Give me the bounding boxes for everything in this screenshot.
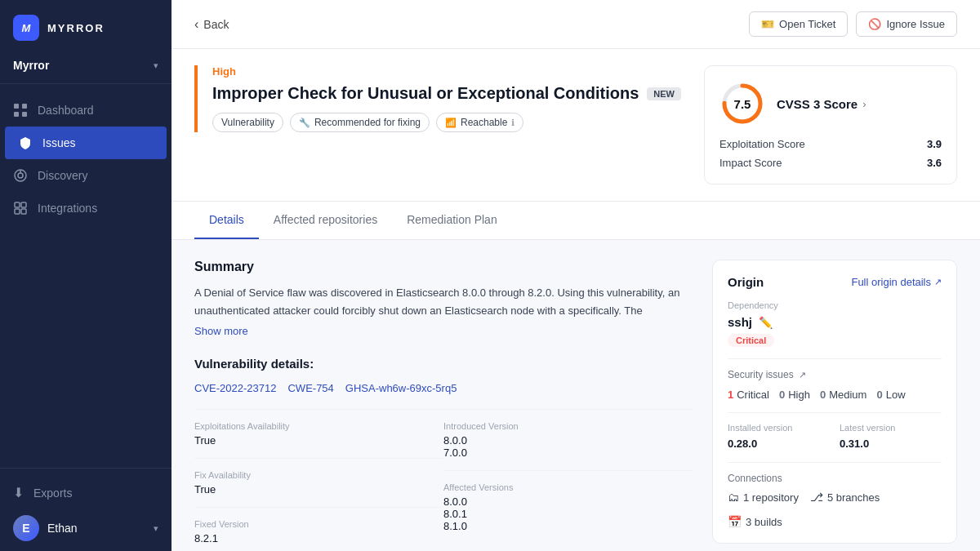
right-panel: Origin Full origin details ↗ Dependency … [712, 260, 957, 531]
summary-text: A Denial of Service flaw was discovered … [194, 284, 693, 320]
sidebar-item-dashboard[interactable]: Dashboard [0, 94, 172, 127]
cvss-score-value: 7.5 [734, 97, 751, 111]
exploit-avail-label: Exploitations Availability [194, 421, 427, 431]
show-more-link[interactable]: Show more [194, 325, 693, 337]
vulnerability-section: Vulnerability details: CVE-2022-23712 CW… [194, 357, 693, 544]
full-origin-link[interactable]: Full origin details ↗ [851, 276, 942, 288]
high-count: 0 High [779, 389, 810, 401]
tab-affected[interactable]: Affected repositories [259, 202, 392, 239]
security-issues-row: Security issues ↗ [728, 369, 942, 380]
issue-header: High Improper Check for Unusual or Excep… [172, 49, 980, 202]
download-icon: ⬇ [13, 485, 24, 500]
svg-rect-10 [21, 209, 26, 214]
low-label: Low [886, 389, 906, 401]
cvss-card: 7.5 CVSS 3 Score › Exploitation Score 3.… [704, 65, 957, 184]
conn-repo-label: 1 repository [743, 491, 799, 504]
ignore-issue-button[interactable]: 🚫 Ignore Issue [856, 11, 957, 37]
reachable-label: Reachable [461, 117, 507, 128]
ticket-icon: 🎫 [761, 18, 774, 30]
affected-versions-label: Affected Versions [443, 482, 693, 492]
open-ticket-button[interactable]: 🎫 Open Ticket [749, 11, 848, 37]
conn-repository: 🗂 1 repository [728, 491, 799, 504]
grid-icon [13, 103, 28, 118]
avatar: E [13, 515, 39, 541]
fixed-version-field: Fixed Version 8.2.1 [194, 508, 443, 544]
connections-row: 🗂 1 repository ⎇ 5 branches 📅 3 builds [728, 491, 942, 528]
summary-title: Summary [194, 260, 693, 274]
conn-branches-label: 5 branches [827, 491, 880, 504]
tab-content: Summary A Denial of Service flaw was dis… [172, 240, 980, 551]
new-badge: NEW [647, 87, 681, 100]
sidebar-dashboard-label: Dashboard [38, 104, 94, 117]
exploit-avail-field: Exploitations Availability True [194, 410, 443, 459]
installed-version-label: Installed version [728, 423, 830, 433]
sidebar-issues-label: Issues [42, 136, 75, 149]
svg-rect-1 [22, 104, 27, 109]
puzzle-icon [13, 201, 28, 216]
divider-1 [728, 358, 942, 359]
exploitation-value: 3.9 [927, 138, 942, 150]
back-button[interactable]: ‹ Back [194, 17, 229, 32]
exports-label: Exports [33, 487, 72, 500]
tab-remediation[interactable]: Remediation Plan [392, 202, 512, 239]
topbar: ‹ Back 🎫 Open Ticket 🚫 Ignore Issue [172, 0, 980, 49]
vuln-right-col: Introduced Version 8.0.0 7.0.0 Affected … [443, 410, 693, 544]
low-num: 0 [876, 389, 882, 401]
sidebar-item-integrations[interactable]: Integrations [0, 192, 172, 224]
workspace-name: Myrror [13, 59, 49, 72]
exports-item[interactable]: ⬇ Exports [13, 478, 158, 507]
affected-v3: 8.1.0 [443, 520, 693, 532]
branch-icon: ⎇ [810, 491, 823, 504]
signal-icon: 📶 [445, 118, 457, 128]
latest-version-label: Latest version [840, 423, 942, 433]
divider-3 [728, 462, 942, 463]
impact-score-row: Impact Score 3.6 [719, 157, 942, 169]
ghsa-link[interactable]: GHSA-wh6w-69xc-5rq5 [345, 382, 457, 394]
medium-count: 0 Medium [820, 389, 866, 401]
impact-label: Impact Score [719, 157, 782, 169]
severity-badge: High [212, 65, 684, 78]
impact-value: 3.6 [927, 157, 942, 169]
cvss-label-text: CVSS 3 Score [777, 97, 858, 111]
issue-title: Improper Check for Unusual or Exceptiona… [212, 84, 639, 103]
affected-versions-field: Affected Versions 8.0.0 8.0.1 8.1.0 [443, 471, 693, 532]
installed-version-block: Installed version 0.28.0 [728, 423, 830, 451]
fix-avail-label: Fix Availability [194, 470, 427, 480]
user-name: Ethan [47, 522, 78, 535]
cve-link[interactable]: CVE-2022-23712 [194, 382, 276, 394]
cvss-gauge: 7.5 [719, 81, 765, 127]
latest-version-block: Latest version 0.31.0 [840, 423, 942, 451]
medium-num: 0 [820, 389, 826, 401]
latest-version-value: 0.31.0 [840, 438, 869, 450]
svg-rect-7 [15, 202, 20, 207]
critical-label: Critical [737, 389, 769, 401]
tab-details[interactable]: Details [194, 202, 259, 239]
svg-point-5 [18, 173, 23, 178]
sidebar-discovery-label: Discovery [38, 169, 87, 182]
cvss-label-area[interactable]: CVSS 3 Score › [777, 97, 866, 111]
shield-icon [18, 136, 33, 150]
topbar-actions: 🎫 Open Ticket 🚫 Ignore Issue [749, 11, 957, 37]
sidebar-item-issues[interactable]: Issues [5, 127, 167, 159]
fixed-version-value: 8.2.1 [194, 532, 427, 544]
svg-rect-8 [21, 202, 26, 207]
logo-icon: M [13, 15, 39, 41]
exploitation-label: Exploitation Score [719, 138, 805, 150]
build-icon: 📅 [728, 515, 742, 528]
app-name: MYRROR [47, 22, 105, 34]
medium-label: Medium [829, 389, 866, 401]
issue-tags: Vulnerability 🔧 Recommended for fixing 📶… [212, 113, 684, 132]
recommended-tag: 🔧 Recommended for fixing [290, 113, 430, 132]
external-link-icon: ↗ [934, 277, 942, 287]
workspace-selector[interactable]: Myrror ▾ [0, 56, 172, 84]
connections-label: Connections [728, 473, 942, 484]
wrench-icon: 🔧 [299, 118, 310, 128]
sidebar: M MYRROR Myrror ▾ Dashboard Issues Disco… [0, 0, 172, 551]
cvss-chevron-icon: › [862, 98, 866, 110]
cwe-link[interactable]: CWE-754 [287, 382, 333, 394]
tabs-bar: Details Affected repositories Remediatio… [172, 202, 980, 240]
affected-v1: 8.0.0 [443, 495, 693, 508]
sidebar-item-discovery[interactable]: Discovery [0, 159, 172, 192]
exploitation-score-row: Exploitation Score 3.9 [719, 138, 942, 150]
introduced-field: Introduced Version 8.0.0 7.0.0 [443, 410, 693, 471]
